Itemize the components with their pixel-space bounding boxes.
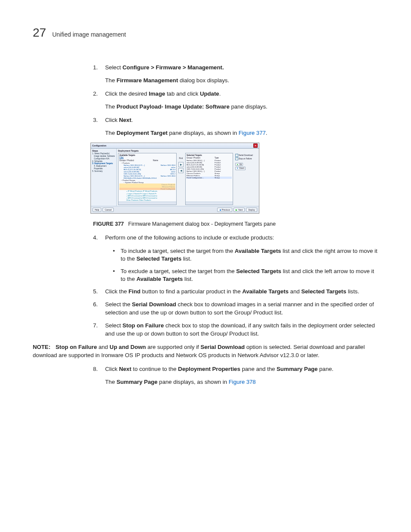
wizard-step[interactable]: 4. Deployment Properties: [94, 165, 115, 170]
step-7: Select Stop on Failure check box to stop…: [93, 322, 378, 338]
available-col-b[interactable]: Name: [153, 159, 158, 162]
up-button[interactable]: ▲Up: [235, 163, 243, 166]
firmware-management-label: Firmware Management: [116, 77, 178, 84]
s8p2a: The: [105, 379, 116, 385]
step-4-bullet-2: To exclude a target, select the target f…: [113, 268, 378, 283]
step-3-result-c: pane displays, as shown in: [168, 130, 239, 136]
deployment-properties-label: Deployment Properties: [178, 366, 240, 372]
wizard-step[interactable]: 1. Select Payload(s): [92, 152, 115, 155]
available-targets-panel: Available Targets Filter Groups / Produc…: [118, 153, 177, 205]
step-4-text: Perform one of the following actions to …: [105, 234, 378, 242]
deployment-target-label: Deployment Target: [116, 130, 167, 136]
help-button[interactable]: Help: [93, 208, 101, 212]
down-label: Down: [239, 167, 244, 169]
step-4: Perform one of the following actions to …: [93, 234, 378, 283]
stop-on-failure-checkbox[interactable]: ✓Stop on Failure: [235, 157, 257, 160]
step-2: Click the desired Image tab and click Up…: [93, 90, 378, 111]
note-t2: and: [97, 344, 109, 350]
s6a: Select the: [105, 301, 132, 308]
wizard-step[interactable]: 5. Summary: [92, 170, 115, 172]
s5a: Click the: [105, 288, 128, 295]
serial-download-label-2: Serial Download: [132, 301, 176, 308]
wizard-step[interactable]: 2. Schedule: [92, 160, 115, 162]
step-2-result-c: pane displays.: [230, 103, 268, 110]
filter-link[interactable]: Filter: [119, 156, 175, 159]
figure-377-link[interactable]: Figure 377: [239, 130, 266, 136]
figure-caption: Firmware Management dialog box - Deploym…: [128, 221, 276, 227]
menu-path: Configure > Firmware > Management.: [122, 64, 224, 71]
deploy-button[interactable]: Deploy: [246, 208, 257, 212]
selected-targets-label-2: Selected Targets: [236, 268, 281, 274]
find-button-label: Find: [128, 288, 140, 295]
move-right-button[interactable]: ▶: [178, 162, 184, 167]
stop-on-failure-label-2: Stop on Failure: [122, 322, 164, 329]
available-targets-label-2: Available Targets: [137, 276, 183, 282]
step-3-a: Click: [105, 117, 119, 123]
step-4-bullet-1: To include a target, select the target f…: [113, 247, 378, 263]
dialog-title: Configuration: [92, 144, 106, 147]
s8a: Click: [105, 366, 119, 372]
available-targets-label-1: Available Targets: [235, 248, 281, 254]
s8p2c: pane displays, as shown in: [158, 379, 229, 385]
find-label: Find: [179, 157, 183, 159]
next-button[interactable]: ▶Next: [234, 208, 245, 212]
scrollbar-horizontal-2[interactable]: [186, 202, 233, 205]
step-8: Click Next to continue to the Deployment…: [93, 365, 378, 386]
wizard-step[interactable]: Image Update: Software: [94, 155, 115, 157]
step-1-text: Select: [105, 64, 122, 71]
figure-number: FIGURE 377: [93, 221, 124, 227]
next-label: Next: [238, 208, 243, 211]
page-header-title: Unified image management: [52, 31, 126, 38]
note-t3: Up and Down: [109, 344, 146, 350]
scrollbar-horizontal[interactable]: [118, 202, 176, 205]
s5c: button to find a particular product in t…: [140, 288, 242, 295]
step-3-c: .: [131, 117, 133, 123]
step-2-a: Click the desired: [105, 90, 149, 97]
s8e: pane and the: [240, 366, 277, 372]
next-button-label-1: Next: [119, 117, 131, 123]
cancel-button[interactable]: Cancel: [103, 208, 114, 212]
step-6: Select the Serial Download check box to …: [93, 301, 378, 317]
s4b2a: To exclude a target, select the target f…: [121, 268, 236, 274]
s8c: to continue to the: [131, 366, 178, 372]
selected-target-row[interactable]: Fixed Configuration…Group: [187, 177, 232, 179]
down-button[interactable]: ▼Down: [235, 167, 246, 170]
page-chapter-number: 27: [33, 26, 46, 40]
selected-targets-panel: Selected Targets Group / Product Type Ne…: [185, 153, 233, 205]
previous-button[interactable]: ◀Previous: [217, 208, 232, 212]
note-t4: are supported only if: [146, 344, 201, 350]
selected-targets-title: Selected Targets: [187, 154, 232, 156]
s8g: pane.: [318, 366, 333, 372]
previous-label: Previous: [222, 208, 230, 211]
figure-377-image: Configuration × Steps 1. Select Payload(…: [90, 143, 259, 214]
s4b2e: list.: [183, 276, 193, 282]
step-1: Select Configure > Firmware > Management…: [93, 64, 378, 85]
up-label: Up: [239, 163, 242, 165]
stop-on-failure-label: Stop on Failure: [239, 158, 252, 160]
step-1-result-c: dialog box displays.: [178, 77, 229, 84]
available-col-a[interactable]: Groups / Product: [119, 159, 153, 162]
available-targets-label-3: Available Targets: [242, 288, 289, 295]
close-icon[interactable]: ×: [253, 143, 258, 148]
summary-page-label-2: Summary Page: [116, 379, 157, 385]
move-left-button[interactable]: ◀: [178, 168, 184, 173]
wizard-step[interactable]: Configuration-N/A: [94, 158, 115, 160]
update-button-label: Update: [200, 90, 219, 97]
figure-378-link[interactable]: Figure 378: [229, 379, 256, 385]
step-1-result-a: The: [105, 77, 116, 84]
note-real: NOTE:Stop on Failure and Up and Down are…: [33, 343, 378, 359]
serial-download-label: Serial Download: [239, 154, 253, 156]
s4b1e: list.: [181, 255, 191, 262]
note-t1: Stop on Failure: [56, 344, 97, 350]
step-3-result-e: .: [266, 130, 268, 136]
s5g: lists.: [346, 288, 359, 295]
step-2-c: tab and click: [165, 90, 200, 97]
summary-page-label: Summary Page: [277, 366, 318, 372]
step-5: Click the Find button to find a particul…: [93, 288, 378, 296]
serial-download-checkbox[interactable]: ✓Serial Download: [235, 154, 257, 157]
note-t5: Serial Download: [200, 344, 245, 350]
product-payload-label: Product Payload- Image Update: Software: [116, 103, 229, 110]
step-2-e: .: [219, 90, 221, 97]
next-button-label-2: Next: [119, 366, 131, 372]
wizard-step[interactable]: 3. Deployment Targets: [92, 162, 115, 165]
